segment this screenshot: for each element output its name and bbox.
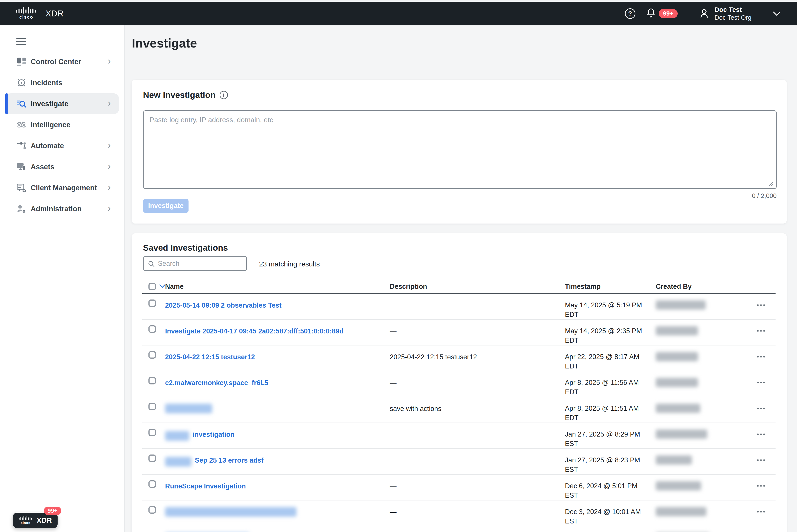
row-checkbox[interactable] <box>149 325 156 333</box>
column-header-description[interactable]: Description <box>390 283 565 290</box>
investigation-link[interactable]: c2.malwaremonkey.space_fr6L5 <box>165 379 268 387</box>
chevron-right-icon: › <box>108 203 111 213</box>
chevron-down-icon[interactable] <box>773 11 781 16</box>
user-name: Doc Test <box>715 6 752 14</box>
investigate-button[interactable]: Investigate <box>143 199 189 213</box>
timestamp-cell: Jan 27, 2025 @ 8:29 PM EST <box>565 423 656 449</box>
menu-toggle-icon[interactable] <box>16 38 26 48</box>
created-by-cell <box>656 320 756 336</box>
main-content: Investigate InvestigationDetection findi… <box>125 25 797 532</box>
created-by-cell <box>656 526 756 532</box>
row-actions-menu-icon[interactable] <box>756 481 766 491</box>
chevron-right-icon: › <box>108 161 111 171</box>
table-row: save with actions Apr 8, 2025 @ 11:51 AM… <box>142 397 776 423</box>
table-row: — Dec 3, 2024 @ 10:01 AM EST <box>142 500 776 526</box>
description-cell: 2025-04-22 12:15 testuser12 <box>390 345 565 362</box>
description-cell: — <box>390 371 565 388</box>
header-actions: ? 99+ Doc Test Doc Test Org <box>625 6 781 21</box>
row-actions-menu-icon[interactable] <box>756 455 766 465</box>
sidebar-item-automate[interactable]: Automate› <box>0 135 125 156</box>
row-actions-menu-icon[interactable] <box>756 430 766 439</box>
row-checkbox[interactable] <box>149 300 156 307</box>
row-checkbox-cell <box>142 397 165 410</box>
timestamp-cell: Apr 8, 2025 @ 11:56 AM EDT <box>565 371 656 397</box>
table-body: 2025-05-14 09:09 2 observables Test — Ma… <box>142 294 776 532</box>
chevron-right-icon: › <box>108 98 111 108</box>
name-cell: RuneScape Investigation <box>165 475 390 491</box>
active-indicator <box>5 93 8 114</box>
timestamp-line1: Dec 3, 2024 @ 10:01 AM <box>565 507 656 516</box>
row-actions-menu-icon[interactable] <box>756 404 766 413</box>
investigation-link[interactable]: 2025-05-14 09:09 2 observables Test <box>165 302 282 309</box>
row-checkbox[interactable] <box>149 403 156 410</box>
select-all-chevron-icon[interactable] <box>159 284 166 289</box>
row-actions-menu-icon[interactable] <box>756 378 766 387</box>
timestamp-line2: EST <box>565 439 656 449</box>
search-input[interactable] <box>143 256 247 271</box>
timestamp-line1: May 14, 2025 @ 2:35 PM <box>565 326 656 336</box>
timestamp-cell: Dec 6, 2024 @ 5:01 PM EST <box>565 475 656 500</box>
info-icon[interactable]: i <box>220 91 228 99</box>
row-checkbox-cell <box>142 449 165 462</box>
sidebar-item-label: Client Management <box>31 184 97 192</box>
sidebar-item-assets[interactable]: Assets› <box>0 156 125 177</box>
row-actions-menu-icon[interactable] <box>756 352 766 361</box>
timestamp-line2: EDT <box>565 413 656 422</box>
row-checkbox[interactable] <box>149 506 156 514</box>
help-icon[interactable]: ? <box>625 8 635 19</box>
timestamp-cell: Apr 8, 2025 @ 11:51 AM EDT <box>565 397 656 422</box>
notification-count-badge[interactable]: 99+ <box>659 9 678 18</box>
description-text: save with actions <box>390 405 441 413</box>
client-management-icon <box>16 182 27 193</box>
created-by-cell <box>656 371 756 388</box>
user-menu[interactable]: Doc Test Doc Test Org <box>699 6 752 21</box>
investigation-link[interactable]: investigation <box>193 431 234 438</box>
investigation-link[interactable]: 2025-04-22 12:15 testuser12 <box>165 353 255 361</box>
observables-input[interactable] <box>143 110 777 189</box>
name-cell <box>165 397 390 413</box>
table-row: 2025-05-14 09:09 2 observables Test — Ma… <box>142 294 776 320</box>
results-count: 23 matching results <box>259 260 320 268</box>
automate-icon <box>16 140 27 152</box>
sidebar-item-client-management[interactable]: Client Management› <box>0 177 125 198</box>
sidebar-item-label: Investigate <box>31 100 68 108</box>
sidebar-item-administration[interactable]: Administration› <box>0 198 125 220</box>
row-checkbox[interactable] <box>149 377 156 384</box>
investigation-link[interactable]: Investigate 2025-04-17 09:45 2a02:587:df… <box>165 327 344 335</box>
row-checkbox[interactable] <box>149 480 156 488</box>
investigation-link[interactable]: RuneScape Investigation <box>165 482 246 490</box>
row-checkbox[interactable] <box>149 455 156 462</box>
sidebar-item-investigate[interactable]: Investigate› <box>5 93 119 114</box>
svg-text:cisco: cisco <box>19 15 33 19</box>
description-text: — <box>390 508 397 516</box>
row-actions-menu-icon[interactable] <box>756 326 766 336</box>
row-actions-menu-icon[interactable] <box>756 300 766 310</box>
timestamp-line1: Dec 6, 2024 @ 5:01 PM <box>565 481 656 491</box>
redacted-created-by <box>656 455 692 464</box>
brand: cisco XDR <box>16 6 64 21</box>
incidents-icon <box>16 77 27 89</box>
description-text: 2025-04-22 12:15 testuser12 <box>390 353 477 361</box>
row-checkbox-cell <box>142 500 165 514</box>
column-header-created-by[interactable]: Created By <box>656 283 756 290</box>
column-header-name[interactable]: Name <box>165 283 390 290</box>
sidebar-item-control-center[interactable]: Control Center› <box>0 51 125 72</box>
notifications[interactable]: 99+ <box>646 8 678 19</box>
investigation-link[interactable]: Sep 25 13 errors adsf <box>195 456 264 464</box>
row-checkbox[interactable] <box>149 429 156 436</box>
row-actions-menu-icon[interactable] <box>756 507 766 516</box>
timestamp-cell: May 14, 2025 @ 5:19 PM EDT <box>565 294 656 319</box>
bell-icon[interactable] <box>646 8 656 19</box>
sidebar-item-intelligence[interactable]: Intelligence <box>0 114 125 135</box>
column-header-timestamp[interactable]: Timestamp <box>565 283 656 290</box>
timestamp-line2: EDT <box>565 387 656 397</box>
sidebar-item-incidents[interactable]: Incidents <box>0 72 125 93</box>
description-cell: — <box>390 475 565 491</box>
select-all-checkbox[interactable] <box>149 283 156 290</box>
table-row: — Nov 1, 2024 @ 5:09 PM <box>142 526 776 532</box>
window-top-strip <box>0 0 797 2</box>
administration-icon <box>16 203 27 214</box>
redacted-created-by <box>656 481 701 490</box>
saved-investigations-heading: Saved Investigations <box>143 243 228 253</box>
row-checkbox[interactable] <box>149 351 156 359</box>
